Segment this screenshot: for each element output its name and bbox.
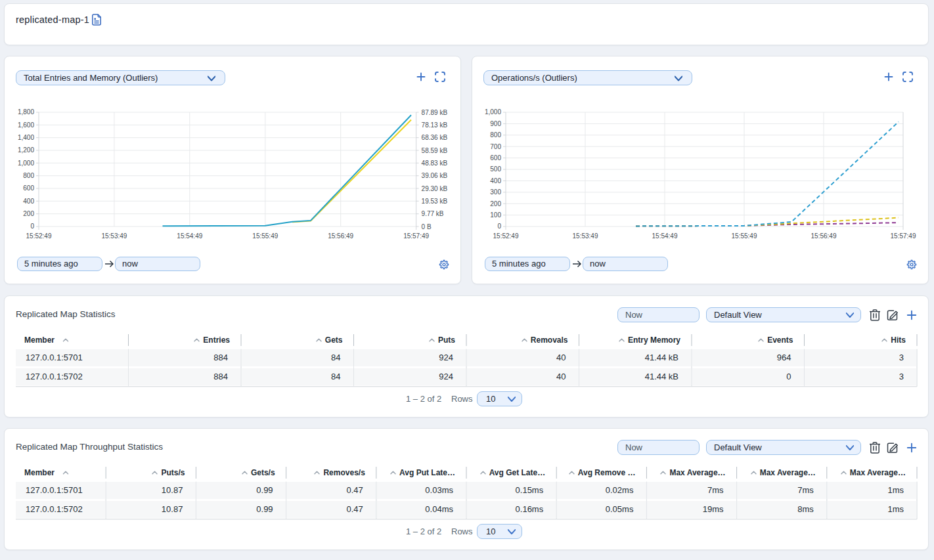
svg-text:300: 300 [490,188,501,196]
svg-text:87.89 kB: 87.89 kB [422,109,448,116]
svg-text:0 B: 0 B [422,223,432,230]
svg-text:9.77 kB: 9.77 kB [422,210,444,217]
svg-text:600: 600 [23,184,34,192]
svg-text:15:54:49: 15:54:49 [652,232,678,240]
svg-text:48.83 kB: 48.83 kB [422,160,448,167]
svg-text:0: 0 [497,223,501,230]
svg-text:100: 100 [490,211,501,219]
svg-text:500: 500 [490,165,501,173]
svg-text:200: 200 [23,210,34,217]
svg-text:29.30 kB: 29.30 kB [422,185,448,192]
svg-text:600: 600 [490,154,501,162]
svg-text:400: 400 [23,198,34,205]
svg-text:15:56:49: 15:56:49 [811,232,837,240]
svg-text:700: 700 [490,143,501,150]
svg-text:19.53 kB: 19.53 kB [422,198,448,205]
svg-text:800: 800 [490,131,501,139]
svg-text:1,800: 1,800 [18,108,34,116]
svg-text:15:53:49: 15:53:49 [101,232,127,240]
svg-text:39.06 kB: 39.06 kB [422,172,448,179]
svg-text:15:57:49: 15:57:49 [403,232,429,240]
svg-text:15:52:49: 15:52:49 [493,232,519,240]
svg-text:0: 0 [30,223,34,230]
svg-text:15:53:49: 15:53:49 [573,232,598,240]
svg-text:1,200: 1,200 [18,146,34,154]
svg-text:15:54:49: 15:54:49 [177,232,202,240]
svg-text:1,000: 1,000 [18,160,34,167]
svg-text:15:55:49: 15:55:49 [732,232,757,240]
svg-text:1,400: 1,400 [18,134,34,141]
svg-text:15:52:49: 15:52:49 [26,232,52,240]
svg-text:78.13 kB: 78.13 kB [422,121,448,129]
svg-text:15:55:49: 15:55:49 [252,232,278,240]
svg-text:900: 900 [490,120,501,127]
svg-text:800: 800 [23,172,34,179]
svg-text:68.36 kB: 68.36 kB [422,134,448,141]
svg-text:15:57:49: 15:57:49 [891,232,916,240]
svg-text:200: 200 [490,200,501,207]
svg-text:400: 400 [490,177,501,184]
svg-text:58.59 kB: 58.59 kB [422,147,448,154]
svg-text:15:56:49: 15:56:49 [328,232,353,240]
svg-text:1,000: 1,000 [485,108,501,116]
svg-text:1,600: 1,600 [18,121,34,129]
